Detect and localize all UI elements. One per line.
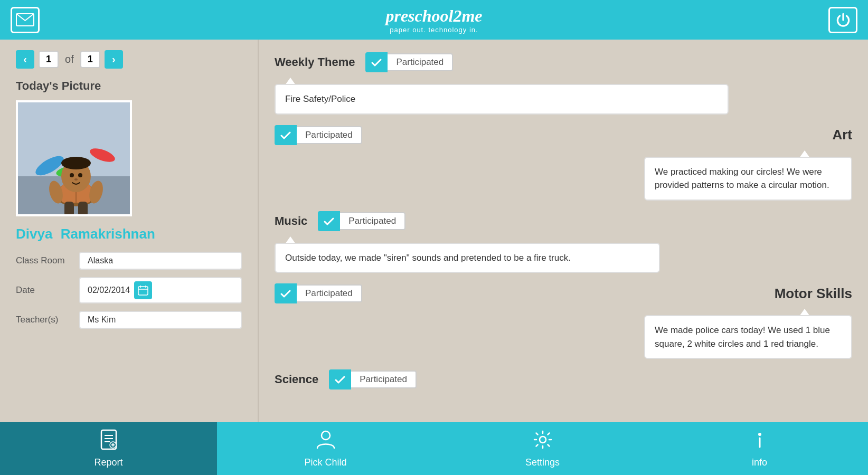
right-panel: Weekly Theme Participated Fire Safety/Po… [259, 40, 868, 422]
page-of: of [65, 53, 74, 65]
science-row: Science Participated [275, 369, 852, 390]
motor-skills-participated: Participated [275, 283, 362, 303]
nav-label-pick-child: Pick Child [304, 457, 346, 468]
calendar-icon[interactable] [134, 281, 152, 299]
child-last-name: Ramakrishnan [61, 226, 155, 242]
nav-label-report: Report [94, 457, 122, 468]
mail-button[interactable] [11, 7, 40, 33]
art-label: Art [832, 127, 852, 143]
music-participated-label: Participated [340, 212, 405, 230]
report-icon [98, 429, 119, 454]
classroom-label: Class Room [16, 255, 79, 266]
svg-point-30 [540, 436, 546, 443]
child-first-name: Divya [16, 226, 52, 242]
music-row: Music Participated [275, 211, 852, 231]
music-label: Music [275, 214, 307, 228]
nav-item-pick-child[interactable]: Pick Child [217, 422, 434, 475]
nav-item-settings[interactable]: Settings [434, 422, 651, 475]
svg-rect-17 [78, 202, 88, 216]
teacher-label: Teacher(s) [16, 315, 79, 325]
nav-item-report[interactable]: Report [0, 422, 217, 475]
weekly-theme-row: Weekly Theme Participated [275, 52, 852, 72]
art-checkbox[interactable] [275, 125, 297, 145]
svg-rect-16 [64, 202, 74, 216]
next-button[interactable]: › [105, 50, 123, 69]
music-content: Outside today, we made "siren" sounds an… [275, 243, 660, 273]
weekly-theme-participated-label: Participated [388, 53, 453, 71]
header: preschool2me paper out. technology in. [0, 0, 868, 40]
motor-skills-row: Participated Motor Skills [275, 283, 852, 303]
motor-skills-content: We made police cars today! We used 1 blu… [644, 315, 852, 359]
todays-picture-label: Today's Picture [16, 79, 242, 93]
child-photo [16, 100, 132, 216]
science-checkbox[interactable] [329, 369, 351, 390]
teacher-row: Teacher(s) Ms Kim [16, 311, 242, 329]
power-button[interactable] [828, 7, 857, 33]
motor-skills-checkbox[interactable] [275, 283, 297, 303]
date-value: 02/02/2014 [88, 286, 130, 295]
weekly-theme-value: Fire Safety/Police [285, 94, 355, 104]
date-label: Date [16, 285, 79, 296]
svg-point-11 [70, 173, 74, 177]
main-content: ‹ 1 of 1 › Today's Picture [0, 40, 868, 422]
weekly-theme-participated: Participated [365, 52, 453, 72]
classroom-row: Class Room Alaska [16, 252, 242, 270]
science-participated-label: Participated [351, 370, 417, 388]
svg-point-10 [61, 157, 91, 169]
music-participated: Participated [318, 211, 405, 231]
svg-point-31 [758, 433, 761, 436]
brand: preschool2me paper out. technology in. [385, 6, 482, 34]
page-current: 1 [39, 51, 59, 68]
pagination: ‹ 1 of 1 › [16, 50, 242, 69]
weekly-theme-label: Weekly Theme [275, 55, 355, 69]
child-name: Divya Ramakrishnan [16, 226, 242, 242]
app-subtitle: paper out. technology in. [385, 26, 482, 34]
date-field: 02/02/2014 [79, 277, 242, 303]
svg-point-13 [74, 178, 78, 180]
svg-point-12 [78, 173, 82, 177]
science-label: Science [275, 373, 318, 386]
science-participated: Participated [329, 369, 417, 390]
teacher-value[interactable]: Ms Kim [79, 311, 242, 329]
svg-rect-18 [138, 287, 148, 295]
nav-label-settings: Settings [525, 457, 560, 468]
art-content: We practiced making our circles! We were… [644, 157, 852, 201]
left-panel: ‹ 1 of 1 › Today's Picture [0, 40, 259, 422]
music-checkbox[interactable] [318, 211, 340, 231]
svg-point-29 [322, 431, 330, 440]
art-participated-label: Participated [297, 126, 362, 144]
nav-item-info[interactable]: info [651, 422, 868, 475]
date-row: Date 02/02/2014 [16, 277, 242, 303]
bottom-nav: Report Pick Child Settings info [0, 422, 868, 475]
art-participated: Participated [275, 125, 362, 145]
motor-skills-label: Motor Skills [775, 286, 852, 302]
pick-child-icon [315, 429, 336, 454]
app-title: preschool2me [385, 6, 482, 26]
prev-button[interactable]: ‹ [16, 50, 34, 69]
nav-label-info: info [752, 457, 767, 468]
weekly-theme-checkbox[interactable] [365, 52, 388, 72]
classroom-value[interactable]: Alaska [79, 252, 242, 270]
weekly-theme-content: Fire Safety/Police [275, 84, 729, 115]
settings-icon [532, 429, 553, 454]
motor-skills-participated-label: Participated [297, 284, 362, 302]
info-icon [749, 429, 770, 454]
page-total: 1 [80, 51, 100, 68]
art-row: Participated Art [275, 125, 852, 145]
